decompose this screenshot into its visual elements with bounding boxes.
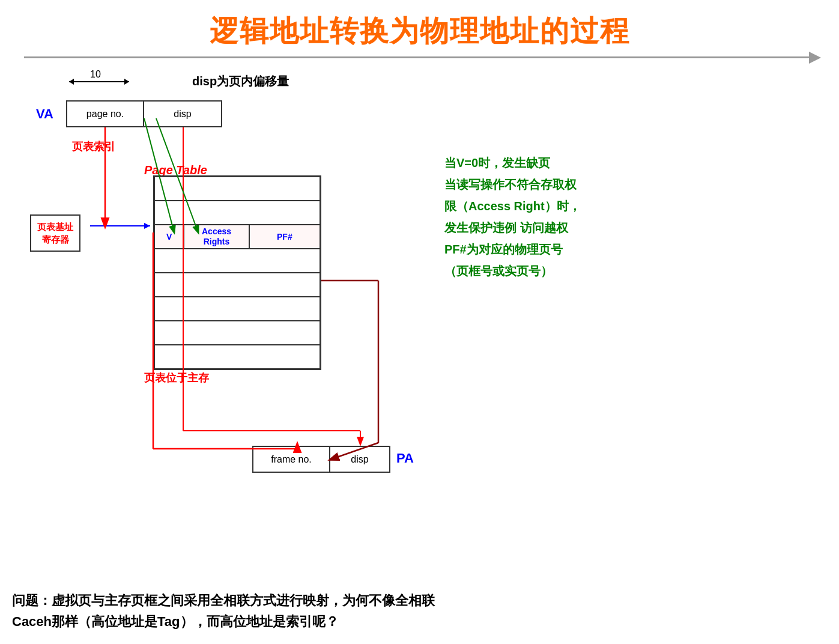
base-register-box: 页表基址 寄存器: [30, 214, 80, 252]
pt-cell-empty-0: [154, 177, 320, 201]
pt-cell-empty-6: [154, 321, 320, 345]
va-disp-cell: disp: [144, 100, 222, 127]
page-table-grid: V Access Rights PF#: [153, 175, 321, 370]
pa-frameno-cell: frame no.: [252, 446, 330, 473]
slide-title: 逻辑地址转换为物理地址的过程: [24, 12, 815, 50]
bit-width-label: 10: [90, 69, 101, 80]
pt-row-7: [153, 345, 321, 370]
va-label: VA: [36, 106, 53, 122]
pt-row-4: [153, 273, 321, 297]
pt-row-0: [153, 175, 321, 201]
diagram-area: disp为页内偏移量 10 VA page no. disp 页表索引 页表基址…: [24, 70, 396, 551]
main-mem-label: 页表位于主存: [144, 371, 209, 385]
pa-label: PA: [396, 451, 414, 466]
page-index-label: 页表索引: [72, 139, 115, 154]
question-area: 问题：虚拟页与主存页框之间采用全相联方式进行映射，为何不像全相联 Caceh那样…: [12, 590, 823, 632]
disp-page-offset-label: disp为页内偏移量: [192, 73, 289, 90]
pt-cell-empty-7: [154, 345, 320, 369]
pt-cell-empty-3: [154, 249, 320, 273]
title-divider: [24, 56, 815, 58]
va-box: page no. disp: [66, 100, 222, 127]
content-area: disp为页内偏移量 10 VA page no. disp 页表索引 页表基址…: [24, 70, 815, 551]
slide-container: 逻辑地址转换为物理地址的过程 disp为页内偏移量 10 VA page no.…: [0, 0, 839, 644]
bit-width-arrow: 10: [69, 81, 129, 82]
pt-v-cell: V: [154, 225, 184, 249]
pt-row-1: [153, 201, 321, 225]
annotation-panel: 当V=0时，发生缺页 当读写操作不符合存取权 限（Access Right）时，…: [444, 130, 805, 282]
pt-row-highlighted: V Access Rights PF#: [153, 225, 321, 249]
pt-cell-empty-4: [154, 273, 320, 297]
pa-disp-cell: disp: [330, 446, 390, 473]
pt-cell-empty-1: [154, 201, 320, 225]
pt-ar-label: Access Rights: [202, 226, 231, 247]
pt-cell-empty-5: [154, 297, 320, 321]
annotation-text: 当V=0时，发生缺页 当读写操作不符合存取权 限（Access Right）时，…: [444, 130, 805, 282]
pt-row-3: [153, 249, 321, 273]
arrow-line: 10: [69, 81, 129, 82]
pt-pf-cell: PF#: [249, 225, 320, 249]
pa-box: frame no. disp: [252, 446, 390, 473]
va-pageno-cell: page no.: [66, 100, 144, 127]
question-text: 问题：虚拟页与主存页框之间采用全相联方式进行映射，为何不像全相联 Caceh那样…: [12, 593, 435, 629]
pt-row-5: [153, 297, 321, 321]
pt-ar-cell: Access Rights: [184, 225, 249, 249]
base-reg-arrow: [90, 225, 150, 226]
pt-row-6: [153, 321, 321, 345]
